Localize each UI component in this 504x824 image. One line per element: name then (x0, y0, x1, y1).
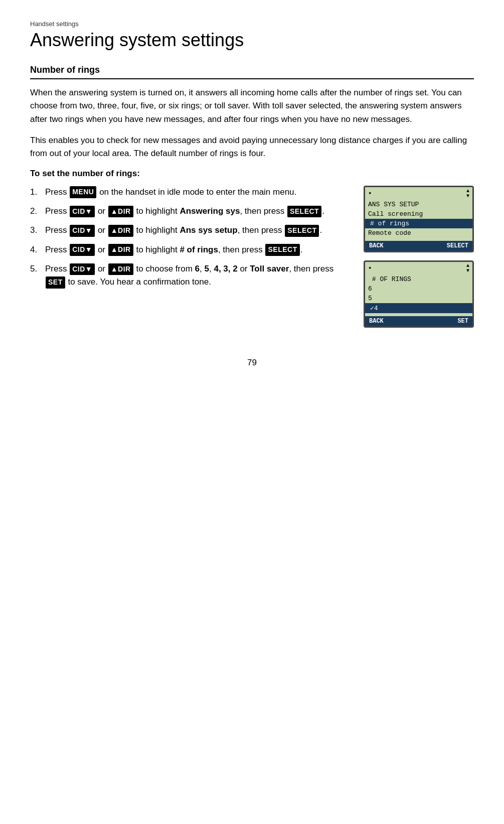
screen1-battery-icon: ▪ (368, 190, 372, 197)
step-1: 1. Press MENU on the handset in idle mod… (30, 186, 349, 199)
paragraph-2: This enables you to check for new messag… (30, 134, 474, 161)
breadcrumb: Handset settings (30, 20, 474, 28)
screen2-set-btn: SET (457, 318, 468, 325)
screen-1: ▪ ▲ ▼ ANS SYS SETUP Call screening # of … (364, 186, 474, 252)
cid-key-4: CID▼ (70, 244, 95, 256)
step-1-num: 1. (30, 186, 41, 199)
dir-key-4: ▲DIR (108, 244, 133, 256)
step-4-text: Press CID▼ or ▲DIR to highlight # of rin… (45, 243, 302, 256)
screen1-back-btn: BACK (369, 242, 384, 249)
screen1-row-2: Call screening (368, 209, 469, 219)
section-heading: Number of rings (30, 65, 474, 79)
menu-key: MENU (70, 186, 96, 198)
screen2-scroll: ▲ ▼ (466, 263, 469, 273)
dir-key-2: ▲DIR (108, 206, 133, 218)
screen2-row-3: 5 (368, 294, 469, 303)
step-3-num: 3. (30, 224, 41, 237)
screen1-scroll-down: ▼ (466, 194, 469, 199)
step-5: 5. Press CID▼ or ▲DIR to choose from 6, … (30, 262, 349, 289)
paragraph-1: When the answering system is turned on, … (30, 86, 474, 126)
screen-2: ▪ ▲ ▼ # OF RINGS 6 5 ✓4 BACK SET (364, 260, 474, 328)
screen2-scroll-down: ▼ (466, 268, 469, 273)
screen2-row-1: # OF RINGS (368, 274, 469, 284)
step-2: 2. Press CID▼ or ▲DIR to highlight Answe… (30, 205, 349, 218)
dir-key-5: ▲DIR (108, 263, 133, 276)
cid-key-2: CID▼ (70, 206, 95, 218)
cid-key-3: CID▼ (70, 225, 95, 237)
screen2-back-btn: BACK (369, 318, 384, 325)
cid-key-5: CID▼ (70, 263, 95, 276)
step-4: 4. Press CID▼ or ▲DIR to highlight # of … (30, 243, 349, 256)
page-number: 79 (30, 358, 474, 368)
steps-list: 1. Press MENU on the handset in idle mod… (30, 186, 349, 295)
screen2-row-2: 6 (368, 284, 469, 294)
step-1-text: Press MENU on the handset in idle mode t… (45, 186, 296, 199)
step-2-text: Press CID▼ or ▲DIR to highlight Answerin… (45, 205, 324, 218)
step-3-text: Press CID▼ or ▲DIR to highlight Ans sys … (45, 224, 322, 237)
dir-key-3: ▲DIR (108, 225, 133, 237)
page-title: Answering system settings (30, 30, 474, 51)
instruction-heading: To set the number of rings: (30, 169, 474, 179)
select-key-3: SELECT (285, 225, 319, 237)
screen1-scroll: ▲ ▼ (466, 189, 469, 199)
screen2-battery-icon: ▪ (368, 264, 372, 272)
step-5-text: Press CID▼ or ▲DIR to choose from 6, 5, … (45, 262, 349, 289)
set-key-5: SET (46, 277, 65, 289)
screens-column: ▪ ▲ ▼ ANS SYS SETUP Call screening # of … (364, 186, 474, 328)
select-key-2: SELECT (287, 206, 321, 218)
select-key-4: SELECT (265, 244, 299, 256)
screen1-row-4: Remote code (368, 228, 469, 238)
screen1-row-1: ANS SYS SETUP (368, 200, 469, 209)
screen2-row-4: ✓4 (365, 303, 472, 313)
step-4-num: 4. (30, 243, 41, 256)
step-2-num: 2. (30, 205, 41, 218)
step-3: 3. Press CID▼ or ▲DIR to highlight Ans s… (30, 224, 349, 237)
screen1-select-btn: SELECT (447, 242, 468, 249)
step-5-num: 5. (30, 262, 41, 289)
screen1-row-3: # of rings (365, 219, 472, 228)
